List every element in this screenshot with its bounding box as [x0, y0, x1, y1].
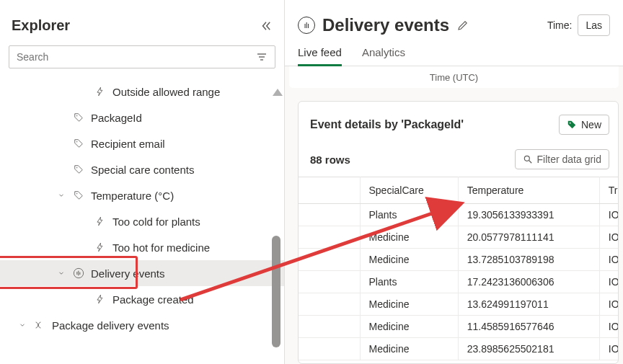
tab-live-feed[interactable]: Live feed [298, 42, 342, 66]
sidebar-item-temperature-c-[interactable]: Temperature (°C) [0, 182, 284, 208]
svg-point-3 [76, 115, 77, 116]
stream-icon [72, 267, 85, 279]
sidebar-item-label: PackageId [91, 112, 142, 124]
sidebar-item-label: Delivery events [91, 267, 165, 280]
cell: 20.0577978111141 [458, 226, 599, 249]
pencil-icon [456, 19, 469, 32]
cell: IOT [599, 226, 618, 249]
cell [299, 293, 360, 316]
sidebar-item-outside-allowed-range[interactable]: Outside allowed range [0, 79, 284, 105]
column-header-tracking[interactable]: Tracking [599, 177, 618, 204]
svg-point-12 [524, 156, 529, 161]
new-button[interactable]: New [559, 115, 609, 135]
edit-title-button[interactable] [456, 19, 469, 32]
cell [299, 249, 360, 271]
sidebar-item-special-care-contents[interactable]: Special care contents [0, 156, 284, 182]
time-picker-value: Las [586, 19, 602, 31]
time-axis-label: Time (UTC) [289, 66, 619, 88]
cell: 13.7285103789198 [458, 249, 599, 271]
filter-placeholder: Filter data grid [537, 154, 601, 165]
sidebar-item-package-created[interactable]: Package created [0, 286, 284, 312]
sidebar-item-recipient-email[interactable]: Recipient email [0, 130, 284, 156]
sidebar: Explorer Outside allowed rangePackageIdR… [0, 0, 285, 364]
row-count: 88 rows [310, 154, 350, 166]
sidebar-item-delivery-events[interactable]: Delivery events [0, 260, 284, 286]
sidebar-item-label: Recipient email [91, 138, 165, 150]
cell: Medicine [360, 226, 458, 249]
sidebar-item-label: Package delivery events [52, 319, 169, 332]
cell: 13.624991197011 [458, 293, 599, 316]
tree: Outside allowed rangePackageIdRecipient … [0, 74, 284, 364]
cell: IOT [599, 293, 618, 316]
panel-title: Event details by 'PackageId' [310, 118, 464, 131]
table-row[interactable]: Medicine13.624991197011IOT [299, 293, 618, 316]
table-row[interactable]: Medicine11.4585916577646IOT [299, 316, 618, 338]
tag-icon [567, 120, 577, 130]
svg-point-6 [76, 193, 77, 194]
table-row[interactable]: Medicine23.8985625502181IOT [299, 338, 618, 360]
tag-icon [72, 138, 85, 148]
tabs: Live feedAnalytics [285, 42, 623, 66]
svg-rect-10 [79, 272, 80, 275]
sidebar-item-label: Special care contents [91, 164, 194, 176]
svg-point-11 [570, 123, 571, 124]
sidebar-item-packageid[interactable]: PackageId [0, 105, 284, 130]
cell: Plants [360, 271, 458, 293]
sidebar-item-label: Outside allowed range [112, 86, 220, 98]
cell: Plants [360, 204, 458, 226]
chevrons-left-icon [260, 19, 273, 32]
filter-icon[interactable] [249, 51, 275, 63]
table-row[interactable]: Medicine13.7285103789198IOT [299, 249, 618, 271]
table-row[interactable]: Medicine20.0577978111141IOT [299, 226, 618, 249]
cell: Medicine [360, 249, 458, 271]
cell [299, 226, 360, 249]
cell [299, 316, 360, 338]
sidebar-item-label: Too hot for medicine [112, 241, 210, 254]
page-title: Delivery events [322, 15, 449, 35]
data-table: SpecialCareTemperatureTracking Plants19.… [299, 177, 618, 360]
search-field[interactable] [9, 45, 275, 68]
table-row[interactable]: Plants17.2423136006306IOT [299, 271, 618, 293]
tab-analytics[interactable]: Analytics [362, 42, 405, 66]
chevron-down-icon [58, 192, 69, 199]
sidebar-item-package-delivery-events[interactable]: Package delivery events [0, 312, 284, 338]
cell: IOT [599, 338, 618, 360]
bolt-icon [94, 242, 107, 252]
cell: 17.2423136006306 [458, 271, 599, 293]
new-button-label: New [581, 119, 601, 130]
sidebar-item-label: Package created [112, 293, 194, 306]
cell [299, 204, 360, 226]
sidebar-item-label: Too cold for plants [112, 216, 200, 228]
bolt-icon [94, 216, 107, 226]
search-input[interactable] [9, 51, 249, 63]
search-icon [523, 154, 533, 164]
filter-data-grid[interactable]: Filter data grid [515, 149, 609, 169]
svg-line-13 [529, 161, 531, 164]
bolt-icon [94, 294, 107, 304]
cell: IOT [599, 316, 618, 338]
cell: Medicine [360, 316, 458, 338]
sidebar-item-too-cold-for-plants[interactable]: Too cold for plants [0, 208, 284, 234]
tag-icon [72, 112, 85, 123]
chevron-down-icon [58, 270, 69, 277]
collapse-sidebar-button[interactable] [260, 19, 273, 32]
tag-icon [72, 190, 85, 200]
cell: IOT [599, 204, 618, 226]
cell [299, 271, 360, 293]
column-header-blank[interactable] [299, 177, 360, 204]
sidebar-item-too-hot-for-medicine[interactable]: Too hot for medicine [0, 234, 284, 260]
table-row[interactable]: Plants19.3056133933391IOT [299, 204, 618, 226]
cell: 19.3056133933391 [458, 204, 599, 226]
main-panel: ılı Delivery events Time: Las Live feedA… [285, 0, 623, 364]
tag-icon [72, 164, 85, 174]
event-details-panel: Event details by 'PackageId' New 88 rows… [298, 101, 619, 364]
cell: 23.8985625502181 [458, 338, 599, 360]
time-picker[interactable]: Las [578, 14, 610, 36]
time-label: Time: [547, 19, 572, 31]
chevron-down-icon [19, 321, 30, 329]
column-header-temperature[interactable]: Temperature [458, 177, 599, 204]
cell: 11.4585916577646 [458, 316, 599, 338]
cell [299, 338, 360, 360]
column-header-specialcare[interactable]: SpecialCare [360, 177, 458, 204]
svg-point-5 [76, 167, 77, 168]
